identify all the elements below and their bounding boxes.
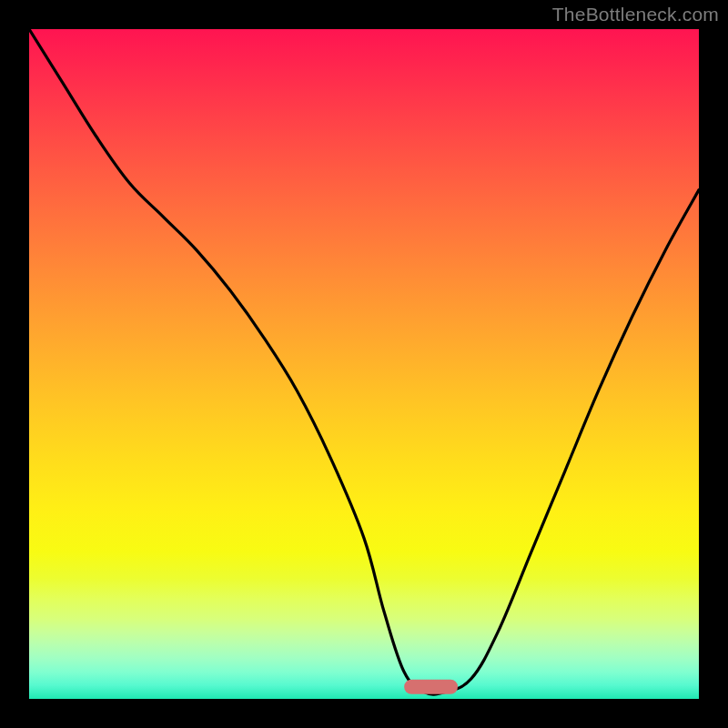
chart-frame: TheBottleneck.com [0, 0, 728, 728]
curve-layer [29, 29, 699, 699]
optimal-marker [404, 680, 458, 694]
watermark-text: TheBottleneck.com [552, 4, 719, 25]
bottleneck-curve [29, 29, 699, 694]
plot-area [29, 29, 699, 699]
svg-rect-0 [404, 680, 458, 694]
